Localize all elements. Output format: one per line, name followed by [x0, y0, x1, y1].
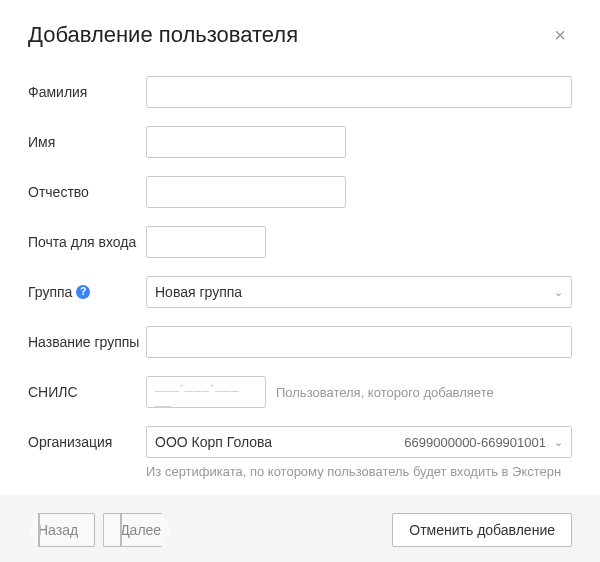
dialog-body: Добавление пользователя × Фамилия Имя От…: [0, 0, 600, 495]
chevron-down-icon: ⌄: [554, 436, 563, 449]
back-button[interactable]: Назад: [28, 513, 95, 547]
row-groupname: Название группы: [28, 326, 572, 358]
label-org: Организация: [28, 434, 146, 450]
label-patronymic: Отчество: [28, 184, 146, 200]
label-group: Группа ?: [28, 284, 146, 300]
org-select[interactable]: ООО Корп Голова 6699000000-669901001 ⌄: [146, 426, 572, 458]
row-group: Группа ? Новая группа ⌄: [28, 276, 572, 308]
row-patronymic: Отчество: [28, 176, 572, 208]
patronymic-input[interactable]: [146, 176, 346, 208]
dialog-footer: Назад Далее Отменить добавление: [0, 495, 600, 562]
help-icon[interactable]: ?: [76, 285, 90, 299]
row-email: Почта для входа: [28, 226, 572, 258]
label-lastname: Фамилия: [28, 84, 146, 100]
label-groupname: Название группы: [28, 334, 146, 350]
row-firstname: Имя: [28, 126, 572, 158]
row-snils: СНИЛС ___-___-___ __ Пользователя, котор…: [28, 376, 572, 408]
close-icon: ×: [554, 25, 566, 45]
snils-placeholder: ___-___-___ __: [155, 377, 257, 407]
label-snils: СНИЛС: [28, 384, 146, 400]
groupname-input[interactable]: [146, 326, 572, 358]
dialog-header: Добавление пользователя ×: [28, 22, 572, 48]
close-button[interactable]: ×: [548, 23, 572, 47]
chevron-down-icon: ⌄: [554, 286, 563, 299]
next-button[interactable]: Далее: [103, 513, 171, 547]
dialog-title: Добавление пользователя: [28, 22, 298, 48]
add-user-dialog: Добавление пользователя × Фамилия Имя От…: [0, 0, 600, 562]
label-group-text: Группа: [28, 284, 72, 300]
org-hint: Из сертификата, по которому пользователь…: [146, 464, 572, 479]
org-code: 6699000000-669901001: [404, 435, 546, 450]
snils-hint: Пользователя, которого добавляете: [276, 385, 494, 400]
snils-input[interactable]: ___-___-___ __: [146, 376, 266, 408]
row-lastname: Фамилия: [28, 76, 572, 108]
group-select[interactable]: Новая группа ⌄: [146, 276, 572, 308]
label-firstname: Имя: [28, 134, 146, 150]
org-selected-value: ООО Корп Голова: [155, 434, 272, 450]
lastname-input[interactable]: [146, 76, 572, 108]
cancel-button[interactable]: Отменить добавление: [392, 513, 572, 547]
email-input[interactable]: [146, 226, 266, 258]
label-email: Почта для входа: [28, 234, 146, 250]
row-org: Организация ООО Корп Голова 6699000000-6…: [28, 426, 572, 458]
footer-left: Назад Далее: [28, 513, 171, 547]
firstname-input[interactable]: [146, 126, 346, 158]
group-selected-value: Новая группа: [155, 284, 242, 300]
